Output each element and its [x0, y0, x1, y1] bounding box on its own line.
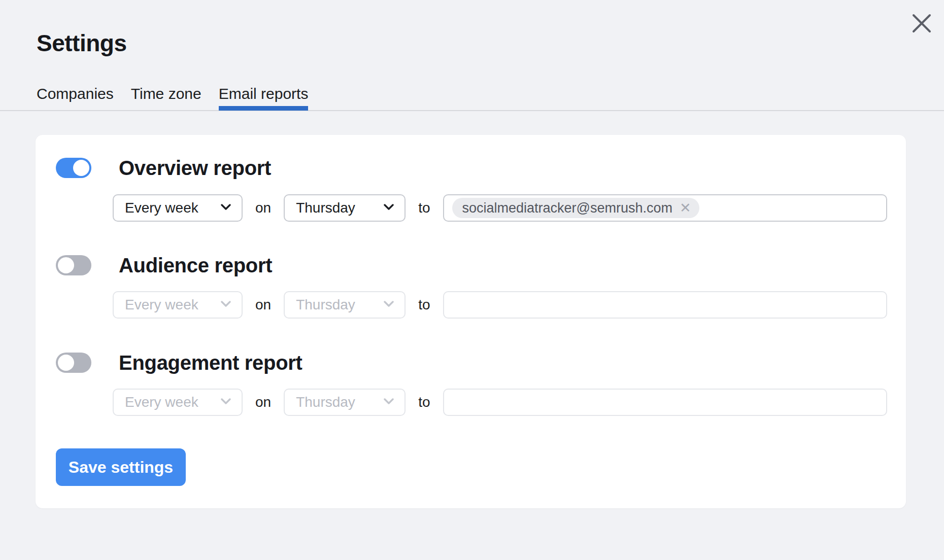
day-value: Thursday [296, 297, 355, 313]
audience-report-controls: Every week on Thursday to [113, 291, 887, 319]
on-label: on [255, 297, 271, 313]
chevron-down-icon [220, 398, 231, 407]
to-label: to [418, 394, 430, 410]
close-icon [912, 13, 932, 36]
tabs-divider [0, 110, 944, 111]
email-reports-panel: Overview report Every week on Thursday t… [36, 135, 906, 508]
engagement-day-select: Thursday [284, 389, 406, 416]
on-label: on [255, 200, 271, 216]
tab-time-zone[interactable]: Time zone [131, 85, 201, 107]
audience-report-title: Audience report [119, 253, 272, 277]
chevron-down-icon [383, 300, 394, 309]
audience-recipients-input [443, 291, 887, 319]
audience-day-select: Thursday [284, 291, 406, 319]
engagement-report-toggle[interactable] [56, 353, 91, 373]
tab-email-reports[interactable]: Email reports [219, 85, 309, 107]
chevron-down-icon [383, 203, 394, 213]
overview-report-controls: Every week on Thursday to socialmediatra… [113, 194, 887, 222]
frequency-value: Every week [125, 200, 198, 216]
to-label: to [418, 297, 430, 313]
frequency-value: Every week [125, 394, 198, 410]
toggle-knob [58, 257, 74, 273]
chevron-down-icon [220, 203, 231, 213]
engagement-recipients-input [443, 389, 887, 416]
toggle-knob [73, 160, 89, 176]
frequency-value: Every week [125, 297, 198, 313]
tab-bar: Companies Time zone Email reports [37, 85, 308, 107]
on-label: on [255, 394, 271, 410]
engagement-report-controls: Every week on Thursday to [113, 389, 887, 416]
overview-day-select[interactable]: Thursday [284, 194, 406, 222]
overview-recipients-input[interactable]: socialmediatracker@semrush.com ✕ [443, 194, 887, 222]
save-settings-button[interactable]: Save settings [56, 448, 186, 486]
page-title: Settings [37, 29, 126, 57]
overview-frequency-select[interactable]: Every week [113, 194, 243, 222]
toggle-knob [58, 355, 74, 371]
recipient-chip: socialmediatracker@semrush.com ✕ [452, 198, 699, 218]
day-value: Thursday [296, 200, 355, 216]
overview-report-title: Overview report [119, 156, 271, 180]
engagement-frequency-select: Every week [113, 389, 243, 416]
audience-frequency-select: Every week [113, 291, 243, 319]
engagement-report-title: Engagement report [119, 351, 302, 375]
tab-companies[interactable]: Companies [37, 85, 114, 107]
recipient-email: socialmediatracker@semrush.com [462, 200, 673, 216]
audience-report-toggle[interactable] [56, 255, 91, 275]
chip-remove-icon[interactable]: ✕ [680, 201, 691, 215]
chevron-down-icon [220, 300, 231, 309]
to-label: to [418, 200, 430, 216]
chevron-down-icon [383, 398, 394, 407]
settings-modal: Settings Companies Time zone Email repor… [0, 0, 944, 560]
day-value: Thursday [296, 394, 355, 410]
overview-report-toggle[interactable] [56, 158, 91, 178]
close-button[interactable] [909, 12, 934, 37]
